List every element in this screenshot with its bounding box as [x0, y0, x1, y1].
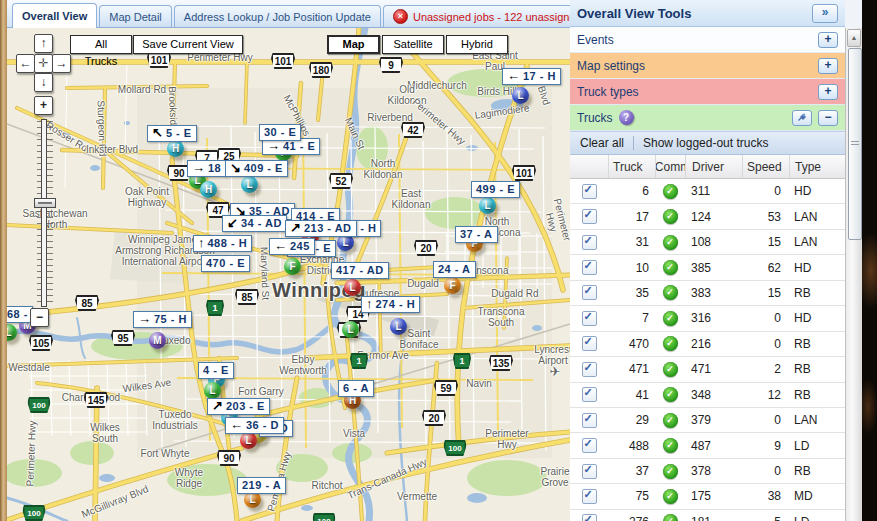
truck-marker-h[interactable]: H [167, 140, 184, 157]
clear-all-button[interactable]: Clear all [580, 136, 624, 150]
truck-marker-f[interactable]: F [444, 277, 461, 294]
truck-marker-l[interactable]: L [344, 279, 361, 296]
row-checkbox[interactable] [582, 387, 597, 402]
expand-truck-types-button[interactable]: + [818, 84, 838, 100]
truck-label[interactable]: 4 - E [198, 362, 234, 379]
column-header-driver[interactable]: Driver [685, 155, 742, 178]
truck-label[interactable]: ↑488 - H [193, 235, 252, 252]
truck-marker-f[interactable]: F [284, 258, 301, 275]
truck-marker-l[interactable]: L [342, 321, 359, 338]
scroll-up-button[interactable]: ▲ [847, 29, 861, 47]
row-checkbox[interactable] [582, 311, 597, 326]
tab-map-detail[interactable]: Map Detail [99, 5, 172, 27]
table-row[interactable]: 471✓4712RB [570, 357, 845, 382]
zoom-out-button[interactable]: − [30, 308, 49, 327]
truck-label[interactable]: ←245 [269, 238, 315, 255]
expand-events-button[interactable]: + [818, 32, 838, 48]
section-truck-types[interactable]: Truck types+ [570, 79, 845, 105]
help-icon[interactable]: ? [619, 110, 634, 125]
map-canvas[interactable]: East Saint PaulPerimeter HwyMiddlechurch… [7, 28, 570, 521]
column-header-speed[interactable]: Speed [742, 155, 789, 178]
table-row[interactable]: 29✓3790LAN [570, 408, 845, 433]
truck-label[interactable]: ↗213 - AD [285, 220, 357, 237]
truck-label[interactable]: ↖5 - E [147, 125, 197, 142]
expand-map-settings-button[interactable]: + [818, 58, 838, 74]
row-checkbox[interactable] [582, 489, 597, 504]
row-checkbox[interactable] [582, 260, 597, 275]
column-header-truck[interactable]: Truck [608, 155, 655, 178]
zoom-slider-handle[interactable] [34, 198, 56, 208]
column-header-type[interactable]: Type [789, 155, 845, 178]
hybrid-view-button[interactable]: Hybrid [446, 35, 508, 54]
truck-label[interactable]: 219 - A [237, 477, 286, 494]
table-row[interactable]: 41✓34812RB [570, 383, 845, 408]
table-row[interactable]: 10✓38562HD [570, 255, 845, 280]
truck-label[interactable]: 30 - E [259, 124, 301, 141]
table-row[interactable]: 75✓17538MD [570, 484, 845, 509]
row-checkbox[interactable] [582, 336, 597, 351]
truck-marker-l[interactable]: L [479, 197, 496, 214]
truck-label[interactable]: 470 - E [201, 255, 250, 272]
truck-label[interactable]: 6 - A [338, 380, 374, 397]
table-row[interactable]: 31✓10815LAN [570, 230, 845, 255]
show-logged-out-trucks-button[interactable]: Show logged-out trucks [643, 136, 768, 150]
collapse-trucks-button[interactable]: − [818, 110, 838, 126]
truck-label[interactable]: 417 - AD [331, 262, 389, 279]
truck-marker-l[interactable]: L [390, 318, 407, 335]
pin-trucks-button[interactable] [792, 110, 812, 126]
save-current-view-button[interactable]: Save Current View [133, 35, 243, 54]
truck-label[interactable]: 24 - A [433, 261, 476, 278]
truck-label[interactable]: ↑274 - H [361, 296, 420, 313]
zoom-in-button[interactable]: + [34, 96, 53, 115]
table-row[interactable]: 470✓2160RB [570, 332, 845, 357]
panel-scrollbar[interactable]: ▲ [845, 28, 862, 521]
row-checkbox[interactable] [582, 464, 597, 479]
truck-marker-l[interactable]: L [240, 432, 257, 449]
row-checkbox[interactable] [582, 209, 597, 224]
scroll-thumb[interactable] [848, 48, 862, 240]
table-row[interactable]: 7✓3160HD [570, 306, 845, 331]
table-row[interactable]: 276✓1815LD [570, 510, 845, 521]
tab-overall-view[interactable]: Overall View [12, 3, 97, 28]
row-checkbox[interactable] [582, 413, 597, 428]
table-row[interactable]: 35✓38315RB [570, 281, 845, 306]
row-checkbox[interactable] [582, 514, 597, 521]
truck-label[interactable]: ←17 - H [502, 68, 561, 85]
tab-address-lookup-job-position-update[interactable]: Address Lookup / Job Position Update [174, 5, 381, 27]
row-checkbox[interactable] [582, 235, 597, 250]
pan-down-button[interactable]: ↓ [34, 73, 53, 92]
row-checkbox[interactable] [582, 438, 597, 453]
row-checkbox[interactable] [582, 362, 597, 377]
tab-unassigned-jobs-122-unassigne[interactable]: ×Unassigned jobs - 122 unassigne [383, 5, 586, 27]
all-trucks-button[interactable]: All Trucks [70, 35, 132, 54]
zoom-slider-track[interactable] [41, 119, 47, 307]
pan-left-button[interactable]: ← [16, 54, 35, 73]
truck-label[interactable]: →18 [187, 160, 226, 177]
truck-label[interactable]: →75 - H [133, 311, 192, 328]
table-row[interactable]: 37✓3780RB [570, 459, 845, 484]
truck-marker-m[interactable]: M [149, 332, 166, 349]
row-checkbox[interactable] [582, 285, 597, 300]
truck-label[interactable]: ↘409 - E [225, 160, 288, 177]
pan-up-button[interactable]: ↑ [34, 34, 53, 53]
truck-label[interactable]: ←36 - D [225, 417, 284, 434]
table-row[interactable]: 17✓12453LAN [570, 204, 845, 229]
row-checkbox[interactable] [582, 184, 597, 199]
truck-label[interactable]: ↗203 - E [207, 398, 270, 415]
section-trucks[interactable]: Trucks?− [570, 105, 845, 131]
truck-marker-l[interactable]: L [241, 176, 258, 193]
table-row[interactable]: 488✓4879LD [570, 433, 845, 458]
pan-right-button[interactable]: → [52, 54, 71, 73]
collapse-panel-button[interactable]: » [812, 4, 838, 23]
truck-marker-l[interactable]: L [204, 382, 221, 399]
section-map-settings[interactable]: Map settings+ [570, 53, 845, 79]
column-header-comm[interactable]: Comm [655, 155, 685, 178]
table-row[interactable]: 6✓3110HD [570, 179, 845, 204]
truck-marker-h[interactable]: H [200, 181, 217, 198]
truck-label[interactable]: 499 - E [471, 181, 520, 198]
map-view-button[interactable]: Map [327, 35, 380, 54]
pan-center-button[interactable]: ✛ [34, 54, 53, 73]
truck-label[interactable]: 37 - A [455, 226, 498, 243]
satellite-view-button[interactable]: Satellite [382, 35, 444, 54]
truck-label[interactable]: ↙34 - AD [222, 215, 287, 232]
